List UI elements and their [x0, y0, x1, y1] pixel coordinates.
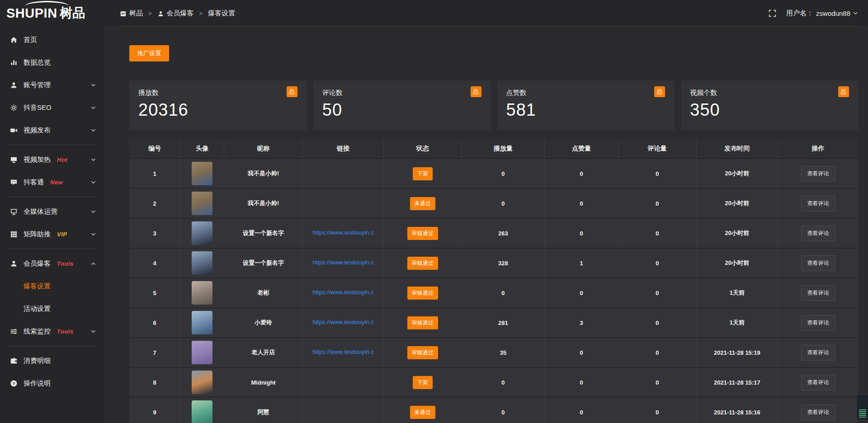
status-badge[interactable]: 审核通过 — [407, 287, 438, 300]
status-badge[interactable]: 下架 — [413, 376, 433, 389]
cell-actions: 查看评论 — [778, 188, 858, 218]
cell-id: 5 — [129, 278, 180, 308]
cell-link: https://www.iesdouyin.c — [303, 218, 384, 248]
status-badge[interactable]: 审核通过 — [407, 227, 438, 240]
breadcrumb-item[interactable]: 会员爆客 — [157, 9, 194, 18]
sidebar-item-label: 账号管理 — [24, 81, 51, 89]
chevron-down-icon — [91, 128, 96, 133]
sidebar-subitem-baoke-settings[interactable]: 爆客设置 — [0, 275, 104, 297]
breadcrumb-label: 爆客设置 — [208, 9, 235, 18]
sidebar-item-operation-guide[interactable]: ?操作说明 — [0, 372, 104, 395]
cell-publish-time: 20小时前 — [696, 188, 778, 218]
view-comments-button[interactable]: 查看评论 — [801, 226, 835, 241]
sidebar-item-label: 抖音SEO — [24, 103, 52, 112]
svg-text:?: ? — [13, 381, 15, 385]
sidebar-item-label: 线索监控 — [24, 327, 51, 336]
sidebar-item-all-media[interactable]: 全媒体运营 — [0, 200, 104, 223]
status-badge[interactable]: 未通过 — [410, 197, 435, 210]
stat-card: 点赞数总581 — [497, 80, 675, 130]
cell-publish-time: 20小时前 — [696, 159, 778, 188]
breadcrumb-label: 会员爆客 — [167, 9, 194, 18]
promo-settings-button[interactable]: 推广设置 — [129, 45, 169, 61]
breadcrumb-item[interactable]: 树品 — [120, 9, 143, 18]
cell-link — [303, 188, 384, 218]
video-link[interactable]: https://www.iesdouyin.c — [313, 259, 374, 266]
sidebar-item-account-management[interactable]: 账号管理 — [0, 74, 104, 96]
cell-id: 4 — [129, 248, 180, 278]
video-link[interactable]: https://www.iesdouyin.c — [313, 229, 374, 236]
cell-status: 未通过 — [384, 188, 462, 218]
total-badge: 总 — [838, 86, 849, 97]
table-row: 5老彬https://www.iesdouyin.c审核通过0001天前查看评论 — [129, 278, 858, 308]
sidebar-nav: 首页数据总览账号管理抖音SEO视频发布视频加热Hot抖客通New全媒体运营矩阵助… — [0, 26, 104, 395]
sidebar-item-label: 会员爆客 — [24, 259, 51, 268]
sidebar-divider — [8, 197, 96, 197]
main-area: 树品>会员爆客>爆客设置 用户名：zswodun88 推广设置 播放数总2031… — [104, 0, 868, 423]
status-badge[interactable]: 下架 — [413, 167, 433, 180]
cell-id: 9 — [129, 397, 180, 423]
status-badge[interactable]: 审核通过 — [407, 316, 438, 329]
sliders-icon — [10, 328, 18, 335]
topbar: 树品>会员爆客>爆客设置 用户名：zswodun88 — [104, 0, 868, 26]
cell-publish-time: 2021-11-28 15:19 — [696, 338, 778, 367]
video-link[interactable]: https://www.iesdouyin.c — [313, 289, 374, 296]
status-badge[interactable]: 审核通过 — [407, 346, 438, 359]
table-row: 4设置一个新名字https://www.iesdouyin.c审核通过32810… — [129, 248, 858, 278]
cell-publish-time: 2021-11-28 15:16 — [696, 397, 778, 423]
breadcrumb-separator: > — [148, 10, 152, 17]
cell-publish-time: 2021-11-28 15:17 — [696, 367, 778, 397]
status-badge[interactable]: 未通过 — [410, 406, 435, 419]
cell-actions: 查看评论 — [778, 248, 858, 278]
cell-likes: 0 — [545, 159, 618, 188]
video-link[interactable]: https://www.iesdouyin.c — [313, 348, 374, 355]
view-comments-button[interactable]: 查看评论 — [801, 375, 835, 390]
cell-avatar — [180, 248, 224, 278]
cell-likes: 0 — [545, 278, 618, 308]
sidebar-item-member-baoke[interactable]: 会员爆客Tools — [0, 252, 104, 275]
view-comments-button[interactable]: 查看评论 — [801, 196, 835, 212]
column-header: 发布时间 — [696, 139, 778, 159]
sidebar-item-home[interactable]: 首页 — [0, 28, 104, 51]
view-comments-button[interactable]: 查看评论 — [801, 255, 835, 271]
sidebar-item-douyin-seo[interactable]: 抖音SEO — [0, 96, 104, 119]
view-comments-button[interactable]: 查看评论 — [801, 315, 835, 331]
sidebar-item-video-publish[interactable]: 视频发布 — [0, 119, 104, 141]
sidebar-subitem-activity-settings[interactable]: 活动设置 — [0, 297, 104, 320]
sidebar-item-doukетong[interactable]: 抖客通New — [0, 171, 104, 193]
sidebar-item-label: 全媒体运营 — [24, 207, 57, 216]
cell-comments: 0 — [618, 308, 696, 338]
avatar — [192, 162, 212, 185]
video-link[interactable]: https://www.iesdouyin.c — [313, 319, 374, 325]
sidebar-divider — [8, 249, 96, 249]
sidebar-item-matrix-boost[interactable]: 矩阵助推VIP — [0, 223, 104, 245]
view-comments-button[interactable]: 查看评论 — [801, 166, 835, 182]
cell-nickname: 设置一个新名字 — [224, 248, 303, 278]
fullscreen-icon[interactable] — [769, 9, 776, 17]
cell-avatar — [180, 278, 224, 308]
sidebar-item-label: 矩阵助推 — [24, 230, 51, 239]
cell-nickname: 设置一个新名字 — [224, 218, 303, 248]
sidebar-item-data-overview[interactable]: 数据总览 — [0, 51, 104, 74]
chevron-down-icon — [91, 209, 96, 214]
cell-likes: 1 — [545, 248, 618, 278]
status-badge[interactable]: 审核通过 — [407, 257, 438, 270]
sidebar-item-label: 抖客通 — [24, 178, 44, 187]
column-header: 评论量 — [618, 139, 696, 159]
cell-comments: 0 — [618, 367, 696, 397]
logo-arc — [25, 1, 69, 11]
view-comments-button[interactable]: 查看评论 — [801, 345, 835, 361]
sidebar-item-clue-monitor[interactable]: 线索监控Tools — [0, 320, 104, 343]
user-menu[interactable]: 用户名：zswodun88 — [786, 9, 858, 18]
stats-row: 播放数总20316评论数总50点赞数总581视频个数总350 — [129, 80, 858, 130]
sidebar-item-label: 首页 — [24, 36, 37, 44]
stat-value: 50 — [322, 100, 481, 120]
home-icon — [10, 36, 18, 44]
view-comments-button[interactable]: 查看评论 — [801, 404, 835, 420]
table-body: 1我不是小帅!下架00020小时前查看评论2我不是小帅!未通过00020小时前查… — [129, 159, 858, 423]
floating-widget[interactable] — [856, 394, 868, 420]
sidebar-item-video-heat[interactable]: 视频加热Hot — [0, 148, 104, 171]
widget-bar — [859, 417, 866, 418]
table-row: 6小爱玲https://www.iesdouyin.c审核通过281301天前查… — [129, 308, 858, 338]
sidebar-item-consumption-details[interactable]: 消费明细 — [0, 349, 104, 372]
view-comments-button[interactable]: 查看评论 — [801, 285, 835, 301]
